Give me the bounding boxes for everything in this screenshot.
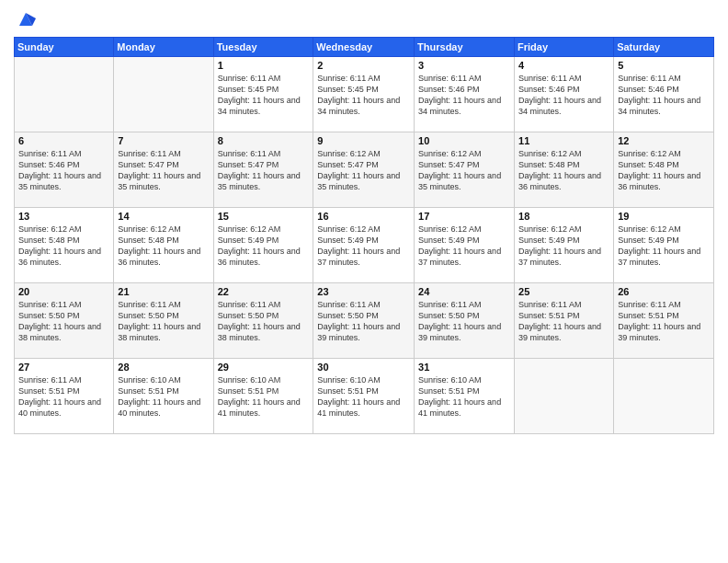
day-number: 30 <box>317 362 410 373</box>
day-number: 26 <box>618 286 710 297</box>
calendar-cell: 29Sunrise: 6:10 AM Sunset: 5:51 PM Dayli… <box>213 359 313 434</box>
calendar-cell: 21Sunrise: 6:11 AM Sunset: 5:50 PM Dayli… <box>114 283 213 359</box>
calendar-cell: 5Sunrise: 6:11 AM Sunset: 5:46 PM Daylig… <box>614 57 714 132</box>
calendar-week-row: 1Sunrise: 6:11 AM Sunset: 5:45 PM Daylig… <box>15 57 714 132</box>
calendar-cell: 22Sunrise: 6:11 AM Sunset: 5:50 PM Dayli… <box>213 283 313 359</box>
calendar-cell: 1Sunrise: 6:11 AM Sunset: 5:45 PM Daylig… <box>213 57 313 132</box>
day-number: 9 <box>317 135 410 146</box>
day-number: 27 <box>18 362 109 373</box>
weekday-header: Saturday <box>614 38 714 57</box>
calendar-week-row: 27Sunrise: 6:11 AM Sunset: 5:51 PM Dayli… <box>15 359 714 434</box>
calendar-cell: 3Sunrise: 6:11 AM Sunset: 5:46 PM Daylig… <box>415 57 515 132</box>
weekday-header: Friday <box>515 38 614 57</box>
calendar-cell <box>614 359 714 434</box>
day-number: 11 <box>518 135 609 146</box>
weekday-header: Sunday <box>15 38 114 57</box>
day-info: Sunrise: 6:11 AM Sunset: 5:50 PM Dayligh… <box>18 299 109 344</box>
day-info: Sunrise: 6:12 AM Sunset: 5:49 PM Dayligh… <box>418 224 510 269</box>
day-info: Sunrise: 6:12 AM Sunset: 5:47 PM Dayligh… <box>418 148 510 193</box>
calendar-cell: 18Sunrise: 6:12 AM Sunset: 5:49 PM Dayli… <box>515 208 614 283</box>
day-info: Sunrise: 6:11 AM Sunset: 5:46 PM Dayligh… <box>418 73 510 118</box>
day-info: Sunrise: 6:11 AM Sunset: 5:46 PM Dayligh… <box>18 148 109 193</box>
calendar-cell: 6Sunrise: 6:11 AM Sunset: 5:46 PM Daylig… <box>15 132 114 208</box>
day-info: Sunrise: 6:11 AM Sunset: 5:45 PM Dayligh… <box>218 73 310 118</box>
day-info: Sunrise: 6:12 AM Sunset: 5:49 PM Dayligh… <box>317 224 410 269</box>
calendar-cell: 27Sunrise: 6:11 AM Sunset: 5:51 PM Dayli… <box>15 359 114 434</box>
day-info: Sunrise: 6:12 AM Sunset: 5:48 PM Dayligh… <box>518 148 609 193</box>
day-info: Sunrise: 6:11 AM Sunset: 5:51 PM Dayligh… <box>518 299 609 344</box>
weekday-header: Wednesday <box>313 38 415 57</box>
day-number: 20 <box>18 286 109 297</box>
calendar-cell: 2Sunrise: 6:11 AM Sunset: 5:45 PM Daylig… <box>313 57 415 132</box>
calendar-cell: 24Sunrise: 6:11 AM Sunset: 5:50 PM Dayli… <box>415 283 515 359</box>
day-info: Sunrise: 6:10 AM Sunset: 5:51 PM Dayligh… <box>218 374 310 419</box>
calendar-cell: 14Sunrise: 6:12 AM Sunset: 5:48 PM Dayli… <box>114 208 213 283</box>
day-info: Sunrise: 6:11 AM Sunset: 5:46 PM Dayligh… <box>518 73 609 118</box>
day-number: 22 <box>218 286 310 297</box>
day-number: 13 <box>18 211 109 222</box>
calendar-cell: 4Sunrise: 6:11 AM Sunset: 5:46 PM Daylig… <box>515 57 614 132</box>
day-number: 29 <box>218 362 310 373</box>
calendar-table: SundayMondayTuesdayWednesdayThursdayFrid… <box>14 37 714 434</box>
calendar-week-row: 6Sunrise: 6:11 AM Sunset: 5:46 PM Daylig… <box>15 132 714 208</box>
calendar-cell: 11Sunrise: 6:12 AM Sunset: 5:48 PM Dayli… <box>515 132 614 208</box>
day-number: 6 <box>18 135 109 146</box>
calendar-cell: 20Sunrise: 6:11 AM Sunset: 5:50 PM Dayli… <box>15 283 114 359</box>
day-number: 10 <box>418 135 510 146</box>
calendar-cell: 28Sunrise: 6:10 AM Sunset: 5:51 PM Dayli… <box>114 359 213 434</box>
day-info: Sunrise: 6:12 AM Sunset: 5:49 PM Dayligh… <box>618 224 710 269</box>
header <box>14 9 714 29</box>
day-info: Sunrise: 6:11 AM Sunset: 5:51 PM Dayligh… <box>618 299 710 344</box>
day-number: 4 <box>518 60 609 71</box>
calendar-cell: 16Sunrise: 6:12 AM Sunset: 5:49 PM Dayli… <box>313 208 415 283</box>
calendar-cell: 7Sunrise: 6:11 AM Sunset: 5:47 PM Daylig… <box>114 132 213 208</box>
page: SundayMondayTuesdayWednesdayThursdayFrid… <box>0 0 728 563</box>
day-info: Sunrise: 6:11 AM Sunset: 5:46 PM Dayligh… <box>618 73 710 118</box>
calendar-cell: 15Sunrise: 6:12 AM Sunset: 5:49 PM Dayli… <box>213 208 313 283</box>
weekday-header: Tuesday <box>213 38 313 57</box>
day-info: Sunrise: 6:11 AM Sunset: 5:45 PM Dayligh… <box>317 73 410 118</box>
calendar-header-row: SundayMondayTuesdayWednesdayThursdayFrid… <box>15 38 714 57</box>
calendar-cell <box>15 57 114 132</box>
day-number: 21 <box>118 286 209 297</box>
day-info: Sunrise: 6:12 AM Sunset: 5:48 PM Dayligh… <box>618 148 710 193</box>
day-number: 1 <box>218 60 310 71</box>
calendar-week-row: 13Sunrise: 6:12 AM Sunset: 5:48 PM Dayli… <box>15 208 714 283</box>
calendar-cell <box>515 359 614 434</box>
day-number: 5 <box>618 60 710 71</box>
day-number: 14 <box>118 211 209 222</box>
calendar-cell: 30Sunrise: 6:10 AM Sunset: 5:51 PM Dayli… <box>313 359 415 434</box>
day-info: Sunrise: 6:12 AM Sunset: 5:48 PM Dayligh… <box>118 224 209 269</box>
day-number: 3 <box>418 60 510 71</box>
day-number: 25 <box>518 286 609 297</box>
day-number: 8 <box>218 135 310 146</box>
calendar-cell: 25Sunrise: 6:11 AM Sunset: 5:51 PM Dayli… <box>515 283 614 359</box>
day-info: Sunrise: 6:11 AM Sunset: 5:50 PM Dayligh… <box>218 299 310 344</box>
calendar-cell: 13Sunrise: 6:12 AM Sunset: 5:48 PM Dayli… <box>15 208 114 283</box>
day-number: 12 <box>618 135 710 146</box>
calendar-cell: 19Sunrise: 6:12 AM Sunset: 5:49 PM Dayli… <box>614 208 714 283</box>
weekday-header: Thursday <box>415 38 515 57</box>
day-info: Sunrise: 6:12 AM Sunset: 5:49 PM Dayligh… <box>218 224 310 269</box>
day-info: Sunrise: 6:11 AM Sunset: 5:50 PM Dayligh… <box>118 299 209 344</box>
day-number: 19 <box>618 211 710 222</box>
day-number: 28 <box>118 362 209 373</box>
day-info: Sunrise: 6:11 AM Sunset: 5:50 PM Dayligh… <box>317 299 410 344</box>
day-number: 31 <box>418 362 510 373</box>
calendar-cell: 10Sunrise: 6:12 AM Sunset: 5:47 PM Dayli… <box>415 132 515 208</box>
calendar-cell: 17Sunrise: 6:12 AM Sunset: 5:49 PM Dayli… <box>415 208 515 283</box>
calendar-cell <box>114 57 213 132</box>
day-info: Sunrise: 6:12 AM Sunset: 5:49 PM Dayligh… <box>518 224 609 269</box>
calendar-cell: 9Sunrise: 6:12 AM Sunset: 5:47 PM Daylig… <box>313 132 415 208</box>
day-info: Sunrise: 6:11 AM Sunset: 5:47 PM Dayligh… <box>118 148 209 193</box>
day-number: 7 <box>118 135 209 146</box>
day-number: 15 <box>218 211 310 222</box>
day-number: 17 <box>418 211 510 222</box>
day-info: Sunrise: 6:10 AM Sunset: 5:51 PM Dayligh… <box>418 374 510 419</box>
day-info: Sunrise: 6:11 AM Sunset: 5:51 PM Dayligh… <box>18 374 109 419</box>
weekday-header: Monday <box>114 38 213 57</box>
calendar-cell: 31Sunrise: 6:10 AM Sunset: 5:51 PM Dayli… <box>415 359 515 434</box>
calendar-cell: 26Sunrise: 6:11 AM Sunset: 5:51 PM Dayli… <box>614 283 714 359</box>
day-info: Sunrise: 6:12 AM Sunset: 5:48 PM Dayligh… <box>18 224 109 269</box>
day-number: 24 <box>418 286 510 297</box>
